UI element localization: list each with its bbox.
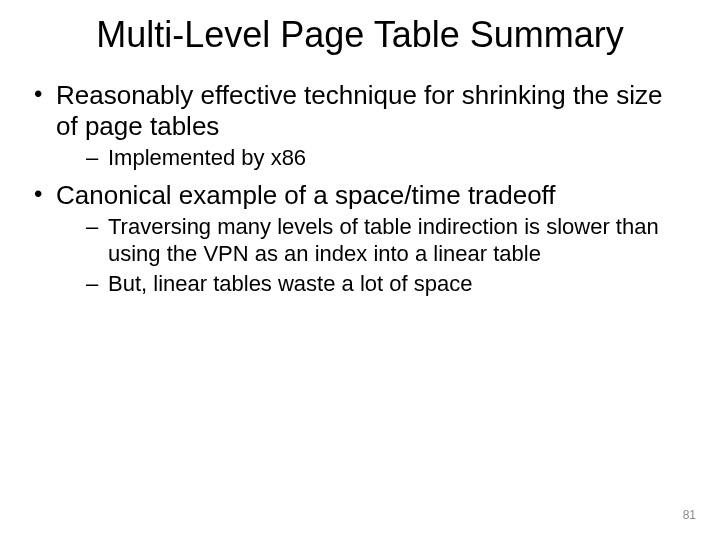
sub-bullet-item: Traversing many levels of table indirect… [56,214,685,267]
sub-bullet-item: But, linear tables waste a lot of space [56,271,685,297]
sub-bullet-list: Traversing many levels of table indirect… [56,214,685,297]
bullet-item: Canonical example of a space/time tradeo… [28,180,685,298]
bullet-list: Reasonably effective technique for shrin… [28,80,685,298]
slide-body: Reasonably effective technique for shrin… [28,80,685,306]
bullet-text: Canonical example of a space/time tradeo… [56,180,556,210]
bullet-item: Reasonably effective technique for shrin… [28,80,685,172]
sub-bullet-text: Implemented by x86 [108,145,306,170]
slide: Multi-Level Page Table Summary Reasonabl… [0,0,720,540]
sub-bullet-text: But, linear tables waste a lot of space [108,271,472,296]
slide-title: Multi-Level Page Table Summary [0,14,720,56]
sub-bullet-list: Implemented by x86 [56,145,685,171]
bullet-text: Reasonably effective technique for shrin… [56,80,663,141]
sub-bullet-item: Implemented by x86 [56,145,685,171]
page-number: 81 [683,508,696,522]
sub-bullet-text: Traversing many levels of table indirect… [108,214,659,265]
